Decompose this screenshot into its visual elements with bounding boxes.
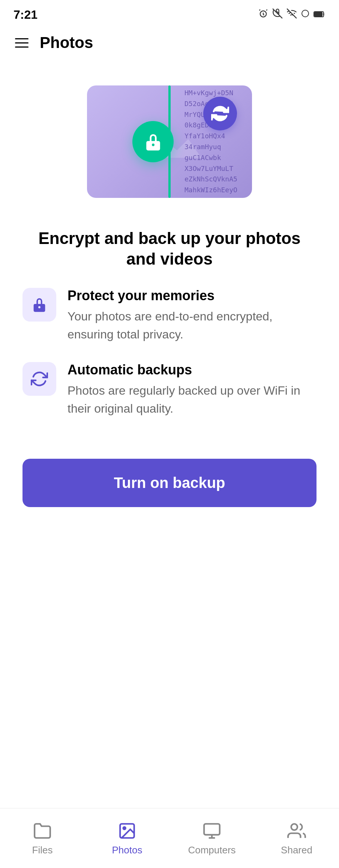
alarm-icon [258,8,268,21]
hero-image-card: HM+vKgwj+D5N D52oAoj2qqK9 MrYQUN1bYHy 0k… [87,85,252,198]
shared-nav-icon [286,820,307,841]
wifi-icon [286,8,297,21]
photos-nav-icon [117,820,138,841]
hamburger-line-3 [15,46,28,48]
nav-item-shared[interactable]: Shared [254,820,339,856]
hamburger-line-1 [15,38,28,39]
nav-item-computers[interactable]: Computers [170,820,254,856]
refresh-feature-icon [31,370,48,388]
protect-desc: Your photos are end-to-end encrypted, en… [68,307,316,343]
status-icons [258,8,326,21]
page-title: Photos [40,34,93,52]
header: Photos [0,26,339,59]
lock-circle-icon [132,121,174,162]
backup-text: Automatic backups Photos are regularly b… [68,362,316,418]
protect-text: Protect your memories Your photos are en… [68,288,316,343]
mute-icon [272,8,283,21]
refresh-badge-icon [203,97,237,130]
svg-point-12 [291,824,297,830]
files-nav-icon [32,820,53,841]
photos-nav-label: Photos [112,844,142,856]
feature-protect: Protect your memories Your photos are en… [22,288,316,343]
shared-nav-label: Shared [281,844,312,856]
circle-icon [301,9,310,21]
computers-nav-icon [201,820,222,841]
nav-item-files[interactable]: Files [0,820,85,856]
hamburger-line-2 [15,42,28,43]
status-time: 7:21 [14,8,38,22]
protect-title: Protect your memories [68,288,316,304]
svg-point-8 [123,827,126,829]
backup-title: Automatic backups [68,362,316,378]
lock-feature-icon [31,296,48,313]
svg-rect-5 [315,12,322,16]
content-section: Encrypt and back up your photos and vide… [0,217,339,444]
backup-icon-box [22,362,56,396]
nav-item-photos[interactable]: Photos [85,820,170,856]
turn-on-backup-button[interactable]: Turn on backup [22,459,316,507]
backup-desc: Photos are regularly backed up over WiFi… [68,382,316,418]
svg-point-3 [302,10,309,17]
feature-backup: Automatic backups Photos are regularly b… [22,362,316,418]
main-heading: Encrypt and back up your photos and vide… [22,228,316,269]
computers-nav-label: Computers [188,844,236,856]
hamburger-button[interactable] [15,38,28,48]
files-nav-label: Files [32,844,53,856]
battery-icon [314,9,326,21]
cta-container: Turn on backup [0,444,339,530]
protect-icon-box [22,288,56,322]
status-bar: 7:21 [0,0,339,26]
svg-rect-9 [204,824,220,835]
hero-container: HM+vKgwj+D5N D52oAoj2qqK9 MrYQUN1bYHy 0k… [0,59,339,217]
bottom-nav: Files Photos Computers [0,808,339,868]
